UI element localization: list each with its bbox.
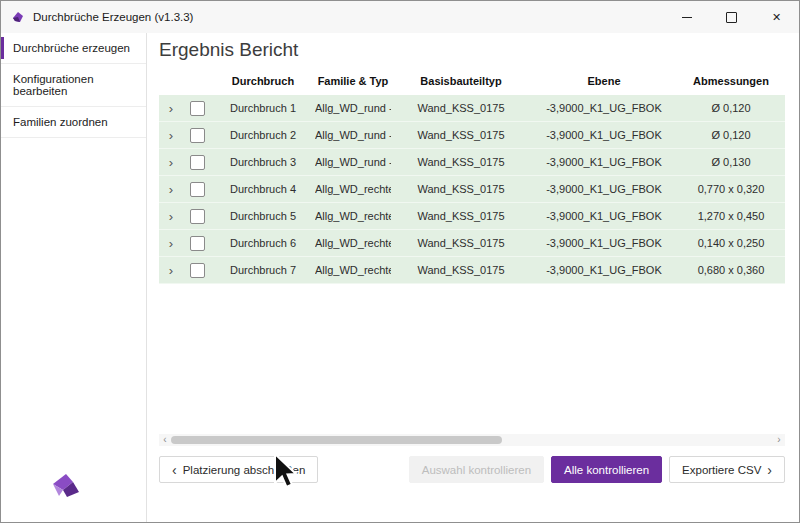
cell-basisbauteiltyp: Wand_KSS_0175	[391, 102, 531, 114]
cell-familie-typ: Allg_WD_rund - Heizung	[315, 156, 391, 168]
horizontal-scrollbar[interactable]: ‹ ›	[159, 434, 785, 446]
cell-durchbruch: Durchbruch 1	[211, 102, 315, 114]
sidebar-item-label: Durchbrüche erzeugen	[13, 42, 130, 54]
sidebar-item-konfigurationen-bearbeiten[interactable]: Konfigurationen bearbeiten	[1, 64, 146, 107]
main-content: Ergebnis Bericht Durchbruch Familie & Ty…	[147, 33, 799, 522]
close-icon: ✕	[772, 11, 781, 24]
window-title: Durchbrüche Erzeugen (v1.3.3)	[33, 11, 193, 23]
cell-basisbauteiltyp: Wand_KSS_0175	[391, 210, 531, 222]
table-row[interactable]: › Durchbruch 7 Allg_WD_rechteckig - Kält…	[159, 257, 785, 284]
table-row[interactable]: › Durchbruch 5 Allg_WD_rechteckig - Heiz…	[159, 203, 785, 230]
maximize-icon	[726, 12, 737, 23]
cell-basisbauteiltyp: Wand_KSS_0175	[391, 156, 531, 168]
cell-abmessungen: 0,680 x 0,360	[677, 264, 785, 276]
cell-durchbruch: Durchbruch 2	[211, 129, 315, 141]
row-checkbox[interactable]	[190, 155, 205, 170]
cell-familie-typ: Allg_WD_rund - Kälte	[315, 129, 391, 141]
cell-basisbauteiltyp: Wand_KSS_0175	[391, 183, 531, 195]
expand-chevron-icon[interactable]: ›	[159, 237, 183, 250]
cell-durchbruch: Durchbruch 4	[211, 183, 315, 195]
footer-toolbar: ‹ Platzierung abschließen Auswahl kontro…	[159, 456, 785, 483]
window-controls: ✕	[664, 1, 799, 33]
cell-durchbruch: Durchbruch 5	[211, 210, 315, 222]
table-row[interactable]: › Durchbruch 3 Allg_WD_rund - Heizung Wa…	[159, 149, 785, 176]
cell-abmessungen: 0,770 x 0,320	[677, 183, 785, 195]
cell-abmessungen: Ø 0,130	[677, 156, 785, 168]
cell-familie-typ: Allg_WD_rechteckig - Kälte	[315, 264, 391, 276]
cell-familie-typ: Allg_WD_rund - Kälte	[315, 102, 391, 114]
cell-ebene: -3,9000_K1_UG_FBOK	[531, 156, 677, 168]
table-row[interactable]: › Durchbruch 1 Allg_WD_rund - Kälte Wand…	[159, 95, 785, 122]
column-header-ebene: Ebene	[531, 75, 677, 87]
cell-basisbauteiltyp: Wand_KSS_0175	[391, 237, 531, 249]
expand-chevron-icon[interactable]: ›	[159, 210, 183, 223]
column-header-familie-typ: Familie & Typ	[315, 75, 391, 87]
cell-durchbruch: Durchbruch 6	[211, 237, 315, 249]
sidebar-item-familien-zuordnen[interactable]: Familien zuordnen	[1, 107, 146, 138]
expand-chevron-icon[interactable]: ›	[159, 102, 183, 115]
cell-abmessungen: Ø 0,120	[677, 129, 785, 141]
finish-placement-button[interactable]: ‹ Platzierung abschließen	[159, 456, 318, 483]
page-title: Ergebnis Bericht	[159, 39, 298, 61]
cell-ebene: -3,9000_K1_UG_FBOK	[531, 264, 677, 276]
expand-chevron-icon[interactable]: ›	[159, 183, 183, 196]
finish-placement-label: Platzierung abschließen	[183, 464, 306, 476]
minimize-button[interactable]	[664, 1, 709, 33]
check-all-button[interactable]: Alle kontrollieren	[551, 456, 662, 483]
expand-chevron-icon[interactable]: ›	[159, 129, 183, 142]
table-row[interactable]: › Durchbruch 6 Allg_WD_rechteckig - Kält…	[159, 230, 785, 257]
expand-chevron-icon[interactable]: ›	[159, 156, 183, 169]
column-header-abmessungen: Abmessungen	[677, 75, 785, 87]
cell-familie-typ: Allg_WD_rechteckig - Heizung_S...	[315, 183, 391, 195]
cell-durchbruch: Durchbruch 3	[211, 156, 315, 168]
row-checkbox[interactable]	[190, 128, 205, 143]
chevron-left-icon: ‹	[172, 463, 177, 477]
app-window: Durchbrüche Erzeugen (v1.3.3) ✕ Durchbrü…	[0, 0, 800, 523]
cell-abmessungen: 0,140 x 0,250	[677, 237, 785, 249]
cell-basisbauteiltyp: Wand_KSS_0175	[391, 264, 531, 276]
check-selection-button[interactable]: Auswahl kontrollieren	[409, 456, 544, 483]
cell-ebene: -3,9000_K1_UG_FBOK	[531, 102, 677, 114]
titlebar: Durchbrüche Erzeugen (v1.3.3) ✕	[1, 1, 799, 33]
app-icon	[11, 10, 25, 24]
row-checkbox[interactable]	[190, 209, 205, 224]
scroll-left-icon[interactable]: ‹	[159, 434, 171, 446]
result-table: Durchbruch Familie & Typ Basisbauteiltyp…	[159, 67, 785, 284]
export-csv-button[interactable]: Exportiere CSV ›	[669, 456, 785, 483]
cell-ebene: -3,9000_K1_UG_FBOK	[531, 183, 677, 195]
sidebar: Durchbrüche erzeugen Konfigurationen bea…	[1, 33, 147, 522]
sidebar-item-durchbrueche-erzeugen[interactable]: Durchbrüche erzeugen	[1, 33, 146, 64]
minimize-icon	[682, 17, 692, 18]
row-checkbox[interactable]	[190, 263, 205, 278]
close-button[interactable]: ✕	[754, 1, 799, 33]
expand-chevron-icon[interactable]: ›	[159, 264, 183, 277]
maximize-button[interactable]	[709, 1, 754, 33]
cell-familie-typ: Allg_WD_rechteckig - Heizung_K...	[315, 210, 391, 222]
column-header-basisbauteiltyp: Basisbauteiltyp	[391, 75, 531, 87]
table-header: Durchbruch Familie & Typ Basisbauteiltyp…	[159, 67, 785, 95]
scroll-right-icon[interactable]: ›	[773, 434, 785, 446]
cell-familie-typ: Allg_WD_rechteckig - Kälte	[315, 237, 391, 249]
column-header-durchbruch: Durchbruch	[211, 75, 315, 87]
cell-ebene: -3,9000_K1_UG_FBOK	[531, 237, 677, 249]
table-body: › Durchbruch 1 Allg_WD_rund - Kälte Wand…	[159, 95, 785, 284]
app-logo	[49, 470, 83, 500]
chevron-right-icon: ›	[767, 463, 772, 477]
export-csv-label: Exportiere CSV	[682, 464, 761, 476]
row-checkbox[interactable]	[190, 236, 205, 251]
cell-basisbauteiltyp: Wand_KSS_0175	[391, 129, 531, 141]
cell-abmessungen: 1,270 x 0,450	[677, 210, 785, 222]
cell-abmessungen: Ø 0,120	[677, 102, 785, 114]
row-checkbox[interactable]	[190, 182, 205, 197]
table-row[interactable]: › Durchbruch 4 Allg_WD_rechteckig - Heiz…	[159, 176, 785, 203]
sidebar-item-label: Konfigurationen bearbeiten	[13, 73, 94, 97]
table-row[interactable]: › Durchbruch 2 Allg_WD_rund - Kälte Wand…	[159, 122, 785, 149]
cell-durchbruch: Durchbruch 7	[211, 264, 315, 276]
scrollbar-thumb[interactable]	[171, 436, 502, 444]
cell-ebene: -3,9000_K1_UG_FBOK	[531, 210, 677, 222]
row-checkbox[interactable]	[190, 101, 205, 116]
scrollbar-track[interactable]	[171, 434, 773, 446]
cell-ebene: -3,9000_K1_UG_FBOK	[531, 129, 677, 141]
sidebar-item-label: Familien zuordnen	[13, 116, 108, 128]
